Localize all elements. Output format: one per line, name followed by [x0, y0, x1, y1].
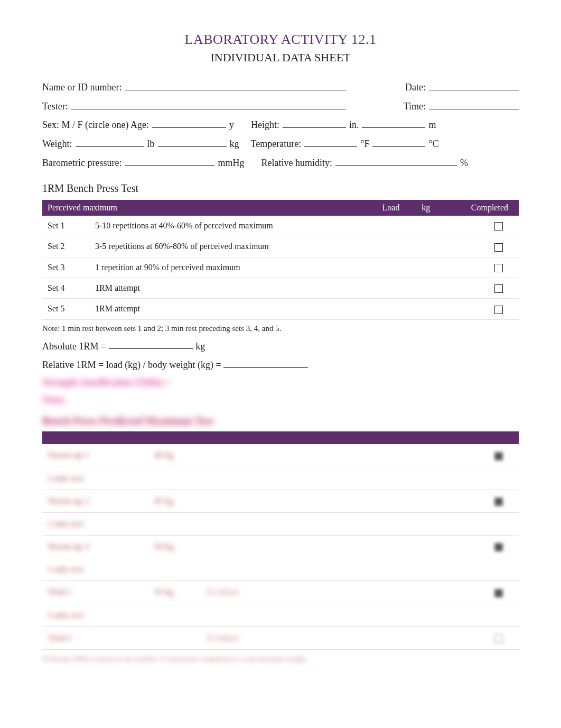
time-blank[interactable] — [429, 98, 519, 109]
tester-blank[interactable] — [71, 98, 346, 109]
weight-lb-unit: lb — [147, 139, 155, 150]
row-label: Trial 1 — [42, 581, 127, 604]
height-in-unit: in. — [349, 119, 359, 131]
completed-cell[interactable] — [354, 490, 519, 512]
test2-row: Warm-up 245 kg — [42, 490, 519, 512]
date-blank[interactable] — [429, 79, 519, 90]
load-cell[interactable] — [370, 216, 412, 236]
checkbox-icon[interactable] — [494, 634, 503, 643]
completed-cell[interactable] — [354, 604, 519, 626]
date-label: Date: — [405, 82, 426, 93]
load-cell[interactable] — [370, 257, 412, 278]
row-label: 1 min rest — [42, 558, 127, 581]
checkbox-icon[interactable] — [494, 222, 503, 231]
completed-cell[interactable] — [354, 626, 519, 649]
checkbox-icon[interactable] — [494, 589, 503, 597]
row-label: Trial 2 — [42, 626, 127, 649]
relative-blank[interactable] — [223, 357, 308, 368]
completed-cell[interactable] — [354, 558, 519, 581]
test1-row: Set 23-5 repetitions at 60%-80% of perce… — [42, 236, 519, 257]
col-perceived: Perceived maximum — [42, 200, 370, 216]
test2-row: 3 min rest — [42, 604, 519, 626]
spacer-cell — [296, 626, 354, 649]
set-desc: 1 repetition at 90% of perceived maximum — [90, 257, 370, 278]
weight-lb-blank[interactable] — [76, 136, 144, 147]
row-name-date: Name or ID number: Date: — [42, 79, 519, 93]
spacer-cell — [296, 581, 354, 604]
row-sex-age-height: Sex: M / F (circle one) Age: y Height: i… — [42, 117, 519, 131]
lab-title: LABORATORY ACTIVITY 12.1 — [42, 32, 519, 48]
checkbox-icon[interactable] — [494, 452, 503, 460]
completed-cell[interactable] — [440, 216, 519, 236]
completed-cell[interactable] — [354, 535, 519, 558]
temp-f-blank[interactable] — [304, 136, 357, 147]
checkbox-icon[interactable] — [494, 543, 503, 551]
reps-cell — [201, 512, 296, 535]
kg-cell[interactable] — [412, 257, 440, 278]
baro-blank[interactable] — [125, 155, 214, 166]
kg-cell[interactable] — [412, 278, 440, 298]
weight-kg-unit: kg — [230, 139, 239, 150]
set-desc: 3-5 repetitions at 60%-80% of perceived … — [90, 236, 370, 257]
load-cell[interactable] — [370, 299, 412, 319]
completed-cell[interactable] — [440, 278, 519, 298]
temp-label: Temperature: — [251, 139, 302, 150]
obscured-classification: Strength classification (Table) = — [42, 377, 519, 388]
name-blank[interactable] — [125, 79, 347, 90]
row-tester-time: Tester: Time: — [42, 98, 519, 112]
test2-row: 1 min rest — [42, 558, 519, 581]
completed-cell[interactable] — [440, 299, 519, 319]
age-blank[interactable] — [152, 117, 226, 128]
checkbox-icon[interactable] — [494, 243, 503, 252]
temp-c-blank[interactable] — [372, 136, 425, 147]
test2-table: Warm-up 140 kg1 min restWarm-up 245 kg1 … — [42, 431, 519, 650]
spacer-cell — [296, 512, 354, 535]
checkbox-icon[interactable] — [494, 264, 503, 272]
reps-cell — [201, 444, 296, 467]
kg-cell[interactable] — [412, 216, 440, 236]
row-label: Warm-up 3 — [42, 535, 127, 558]
spacer-cell — [296, 558, 354, 581]
completed-cell[interactable] — [354, 581, 519, 604]
height-in-blank[interactable] — [283, 117, 346, 128]
row-label: Warm-up 1 — [42, 444, 127, 467]
checkbox-icon[interactable] — [494, 306, 503, 314]
completed-cell[interactable] — [440, 257, 519, 278]
load-cell[interactable] — [370, 278, 412, 298]
test2-row: 1 min rest — [42, 467, 519, 490]
test2-row: 1 min rest — [42, 512, 519, 535]
reps-cell — [201, 535, 296, 558]
weight-cell: 45 kg — [127, 490, 201, 512]
humidity-label: Relative humidity: — [261, 158, 332, 169]
set-desc: 5-10 repetitions at 40%-60% of perceived… — [90, 216, 370, 236]
absolute-1rm-line: Absolute 1RM = kg — [42, 338, 519, 352]
set-label: Set 1 — [42, 216, 90, 236]
test2-row: Trial 155 kgTo failure — [42, 581, 519, 604]
checkbox-icon[interactable] — [494, 284, 503, 293]
row-weight-temp: Weight: lb kg Temperature: °F °C — [42, 136, 519, 150]
load-cell[interactable] — [370, 236, 412, 257]
checkbox-icon[interactable] — [494, 497, 503, 506]
kg-cell[interactable] — [412, 236, 440, 257]
weight-kg-blank[interactable] — [158, 136, 227, 147]
reps-cell — [201, 604, 296, 626]
baro-label: Barometric pressure: — [42, 158, 121, 169]
test2-header-bar — [42, 431, 519, 444]
completed-cell[interactable] — [354, 467, 519, 490]
absolute-label: Absolute 1RM = — [42, 340, 106, 351]
test2-row: Warm-up 350 kg — [42, 535, 519, 558]
row-baro-humidity: Barometric pressure: mmHg Relative humid… — [42, 155, 519, 169]
obscured-notes: Notes — [42, 394, 519, 406]
kg-cell[interactable] — [412, 299, 440, 319]
completed-cell[interactable] — [440, 236, 519, 257]
height-m-blank[interactable] — [362, 117, 425, 128]
humidity-blank[interactable] — [335, 155, 457, 166]
lab-subtitle: INDIVIDUAL DATA SHEET — [42, 51, 519, 64]
col-load: Load — [370, 200, 412, 216]
set-label: Set 3 — [42, 257, 90, 278]
completed-cell[interactable] — [354, 444, 519, 467]
completed-cell[interactable] — [354, 512, 519, 535]
spacer-cell — [296, 467, 354, 490]
reps-cell: To failure — [201, 626, 296, 649]
absolute-blank[interactable] — [109, 338, 193, 349]
